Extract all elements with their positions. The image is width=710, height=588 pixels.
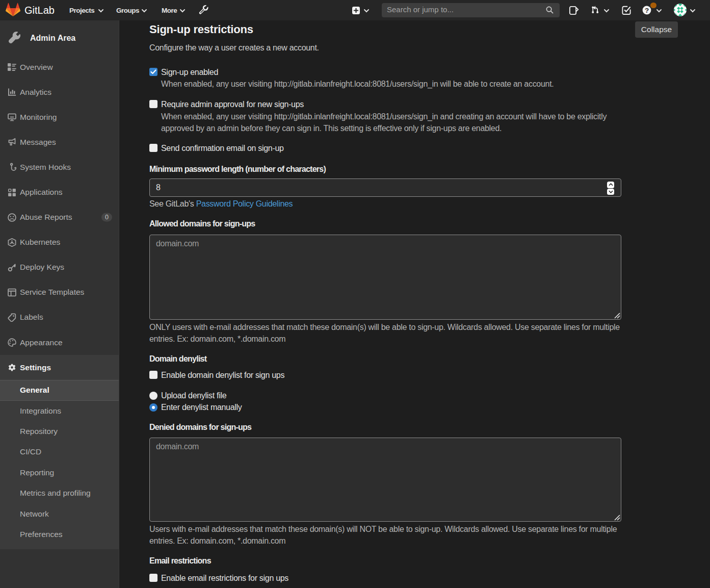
svg-text:?: ?	[645, 7, 649, 14]
